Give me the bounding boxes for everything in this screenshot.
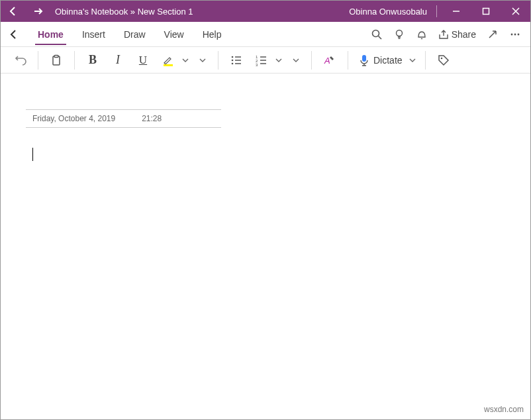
maximize-button[interactable]	[471, 1, 501, 22]
styles-button[interactable]: A	[318, 49, 341, 72]
toolbar-separator	[425, 51, 426, 70]
svg-rect-0	[483, 9, 489, 15]
note-time: 21:28	[115, 114, 162, 123]
svg-point-9	[232, 56, 234, 58]
breadcrumb-separator: »	[130, 7, 135, 17]
tab-help[interactable]: Help	[193, 22, 231, 47]
lightbulb-icon[interactable]	[388, 22, 410, 47]
share-label: Share	[452, 29, 476, 40]
svg-rect-8	[164, 64, 173, 66]
breadcrumb[interactable]: Obinna's Notebook » New Section 1	[51, 7, 193, 17]
svg-point-5	[518, 33, 520, 35]
dictate-dropdown[interactable]	[407, 57, 418, 64]
search-icon[interactable]	[365, 22, 388, 47]
numbered-list-button[interactable]: 123	[250, 49, 273, 72]
svg-point-2	[396, 30, 402, 36]
note-date: Friday, October 4, 2019	[26, 114, 115, 123]
titlebar-divider	[436, 5, 437, 17]
italic-button[interactable]: I	[107, 49, 129, 72]
breadcrumb-section: New Section 1	[138, 7, 193, 17]
paragraph-group-dropdown[interactable]	[287, 57, 305, 64]
share-icon	[438, 29, 449, 40]
tab-insert[interactable]: Insert	[73, 22, 115, 47]
clipboard-button[interactable]	[45, 49, 68, 72]
fullscreen-icon[interactable]	[481, 22, 504, 47]
toolbar-separator	[348, 51, 348, 70]
title-bar: Obinna's Notebook » New Section 1 Obinna…	[1, 1, 530, 22]
text-cursor	[32, 148, 33, 161]
bell-icon[interactable]	[410, 22, 433, 47]
undo-button[interactable]	[9, 49, 31, 72]
svg-point-1	[372, 30, 379, 36]
microphone-icon	[359, 54, 369, 67]
share-button[interactable]: Share	[433, 22, 481, 47]
svg-point-4	[514, 33, 516, 35]
toolbar-separator	[74, 51, 75, 70]
more-options-icon[interactable]	[504, 22, 526, 47]
dictate-label: Dictate	[373, 55, 403, 66]
minimize-button[interactable]	[441, 1, 471, 22]
toolbar-separator	[218, 51, 218, 70]
svg-rect-7	[54, 55, 58, 57]
note-timestamp-bar: Friday, October 4, 2019 21:28	[26, 109, 221, 128]
back-arrow-icon[interactable]	[1, 1, 26, 22]
toolbar-separator	[311, 51, 312, 70]
dictate-button[interactable]: Dictate	[355, 49, 407, 72]
tab-view[interactable]: View	[155, 22, 193, 47]
svg-rect-16	[362, 55, 366, 62]
svg-point-3	[511, 33, 513, 35]
note-canvas[interactable]: Friday, October 4, 2019 21:28	[1, 74, 530, 169]
svg-point-11	[232, 62, 234, 64]
svg-point-10	[232, 59, 234, 61]
ribbon-tabs: Home Insert Draw View Help Share	[1, 22, 530, 47]
highlight-button[interactable]	[157, 49, 179, 72]
back-button[interactable]	[5, 25, 23, 44]
svg-text:A: A	[324, 56, 330, 66]
tab-draw[interactable]: Draw	[115, 22, 155, 47]
toolbar-separator	[38, 51, 38, 70]
tab-home[interactable]: Home	[28, 22, 73, 47]
bold-button[interactable]: B	[81, 49, 104, 72]
forward-arrow-icon[interactable]	[26, 1, 51, 22]
watermark: wsxdn.com	[484, 405, 524, 414]
user-name[interactable]: Obinna Onwusobalu	[349, 7, 432, 17]
home-toolbar: B I U 123 A Dictate	[1, 47, 530, 74]
close-button[interactable]	[501, 1, 530, 22]
breadcrumb-notebook: Obinna's Notebook	[55, 7, 128, 17]
svg-point-17	[440, 57, 442, 59]
tag-button[interactable]	[432, 49, 455, 72]
bullet-list-button[interactable]	[225, 49, 248, 72]
underline-button[interactable]: U	[132, 49, 154, 72]
numbered-list-dropdown[interactable]	[273, 57, 285, 64]
svg-text:3: 3	[256, 63, 258, 67]
highlight-dropdown[interactable]	[179, 57, 191, 64]
font-group-dropdown[interactable]	[194, 57, 211, 64]
